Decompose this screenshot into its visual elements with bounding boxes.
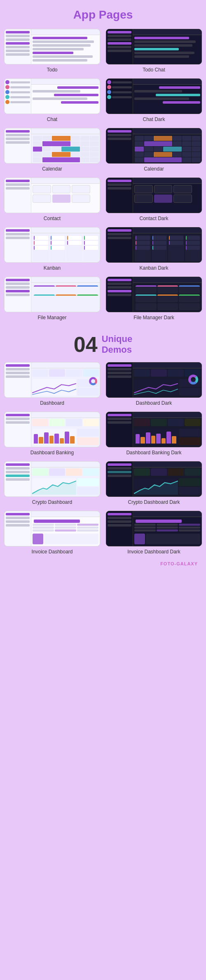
screenshot-crypto-dashboard <box>4 461 100 497</box>
card-chat-dark-label: Chat Dark <box>143 116 165 122</box>
app-pages-grid: Todo <box>4 29 202 320</box>
screenshot-chat <box>4 78 100 114</box>
card-dashboard-dark-label: Dashboard Dark <box>136 400 172 406</box>
screenshot-dashboard-banking <box>4 412 100 447</box>
page-title: App Pages <box>73 8 133 21</box>
card-dashboard-banking-dark: Dashboard Banking Dark <box>106 412 202 456</box>
screenshot-kanban-dark <box>106 227 202 263</box>
card-dashboard-banking-dark-label: Dashboard Banking Dark <box>126 450 181 456</box>
unique-demos-section: 04 UniqueDemos <box>74 334 132 356</box>
screenshot-dashboard <box>4 362 100 398</box>
screenshot-contact-dark <box>106 178 202 213</box>
card-kanban-label: Kanban <box>44 265 61 271</box>
card-todo-chat: Todo Chat <box>106 29 202 73</box>
screenshot-kanban <box>4 227 100 263</box>
card-file-manager-label: File Manager <box>37 315 66 320</box>
card-contact-dark: Contact Dark <box>106 178 202 221</box>
card-kanban-dark-label: Kanban Dark <box>139 265 168 271</box>
screenshot-dashboard-dark <box>106 362 202 398</box>
card-contact: Contact <box>4 178 100 221</box>
screenshot-calendar-dark <box>106 128 202 164</box>
card-file-manager: File Manager <box>4 277 100 320</box>
card-chat: Chat <box>4 78 100 122</box>
card-chat-label: Chat <box>47 116 57 122</box>
card-chat-dark: Chat Dark <box>106 78 202 122</box>
screenshot-file-manager-dark <box>106 277 202 312</box>
card-invoice-dashboard-label: Invoice Dashboard <box>31 549 73 555</box>
card-kanban: Kanban <box>4 227 100 271</box>
card-kanban-dark: Kanban Dark <box>106 227 202 271</box>
card-calendar-dark-label: Calendar <box>144 166 164 172</box>
watermark: FOTO-GALAXY <box>4 561 202 566</box>
screenshot-calendar <box>4 128 100 164</box>
card-calendar-label: Calendar <box>42 166 62 172</box>
card-crypto-dashboard: Crypto Dashboard <box>4 461 100 505</box>
card-dashboard-banking-label: Dashboard Banking <box>30 450 74 456</box>
card-crypto-dashboard-dark: Crypto Dashboard Dark <box>106 461 202 505</box>
card-invoice-dashboard: Invoice Dashboard <box>4 511 100 555</box>
card-calendar: Calendar <box>4 128 100 172</box>
card-dashboard-label: Dashboard <box>40 400 64 406</box>
screenshot-invoice-dashboard-dark <box>106 511 202 546</box>
screenshot-todo-chat <box>106 29 202 64</box>
screenshot-crypto-dashboard-dark <box>106 461 202 497</box>
card-calendar-dark: Calendar <box>106 128 202 172</box>
screenshot-chat-dark <box>106 78 202 114</box>
unique-demos-number: 04 <box>74 334 98 355</box>
card-crypto-dashboard-dark-label: Crypto Dashboard Dark <box>128 499 180 505</box>
card-dashboard-banking: Dashboard Banking <box>4 412 100 456</box>
card-invoice-dashboard-dark-label: Invoice Dashboard Dark <box>127 549 180 555</box>
screenshot-file-manager <box>4 277 100 312</box>
unique-demos-text: UniqueDemos <box>102 334 133 356</box>
card-todo: Todo <box>4 29 100 73</box>
demo-pages-grid: Dashboard <box>4 362 202 555</box>
card-todo-label: Todo <box>47 67 57 73</box>
card-invoice-dashboard-dark: Invoice Dashboard Dark <box>106 511 202 555</box>
card-contact-label: Contact <box>44 216 61 221</box>
card-todo-chat-label: Todo Chat <box>143 67 165 73</box>
card-dashboard: Dashboard <box>4 362 100 406</box>
card-file-manager-dark: File Manager Dark <box>106 277 202 320</box>
card-crypto-dashboard-label: Crypto Dashboard <box>32 499 72 505</box>
card-file-manager-dark-label: File Manager Dark <box>133 315 174 320</box>
screenshot-invoice-dashboard <box>4 511 100 546</box>
card-contact-dark-label: Contact Dark <box>139 216 168 221</box>
card-dashboard-dark: Dashboard Dark <box>106 362 202 406</box>
screenshot-contact <box>4 178 100 213</box>
screenshot-todo <box>4 29 100 64</box>
screenshot-dashboard-banking-dark <box>106 412 202 447</box>
